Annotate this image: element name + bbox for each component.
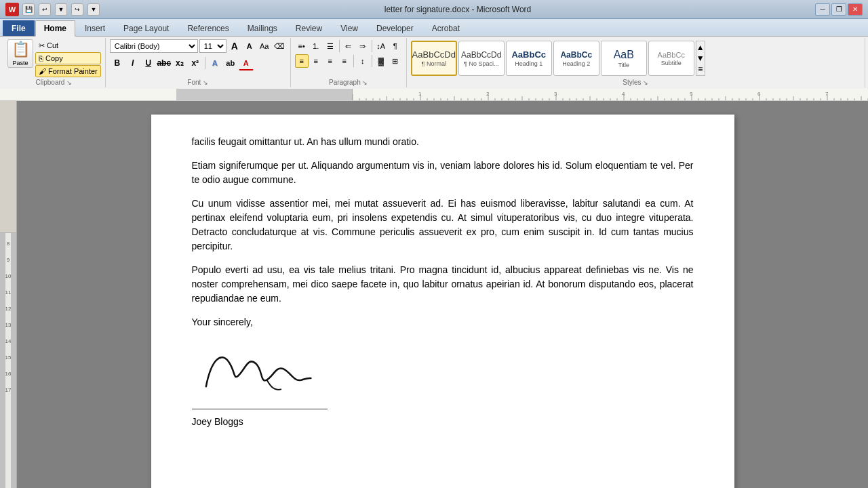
author-name[interactable]: Joey Bloggs	[192, 415, 694, 429]
text-effects-btn[interactable]: A	[208, 56, 222, 70]
styles-content: AaBbCcDd ¶ Normal AaBbCcDd ¶ No Spaci...…	[411, 39, 861, 77]
style-heading1[interactable]: AaBbCc Heading 1	[506, 41, 552, 76]
redo-quick-btn[interactable]: ↪	[71, 3, 83, 16]
window-controls: ─ ❐ ✕	[815, 3, 863, 16]
tab-mailings[interactable]: Mailings	[239, 20, 286, 36]
styles-scroll-up-icon[interactable]: ▲	[696, 43, 705, 52]
paragraph-expand-icon[interactable]: ↘	[362, 79, 368, 86]
para-sep-3	[353, 55, 354, 67]
tab-references[interactable]: References	[178, 20, 237, 36]
font-expand-icon[interactable]: ↘	[203, 79, 208, 86]
copy-button[interactable]: ⎘ Copy	[35, 52, 101, 64]
title-bar: W 💾 ↩ ▼ ↪ ▼ letter for signature.docx - …	[0, 0, 868, 19]
superscript-btn[interactable]: x²	[188, 56, 203, 70]
numbering-btn[interactable]: 1.	[309, 39, 323, 53]
align-right-btn[interactable]: ≡	[323, 54, 337, 68]
paragraph-label: Paragraph ↘	[295, 77, 402, 86]
para-sep-2	[372, 40, 372, 52]
paragraph-1[interactable]: facilis feugait omittantur ut. An has ul…	[192, 135, 694, 149]
style-normal[interactable]: AaBbCcDd ¶ Normal	[411, 41, 457, 76]
cut-button[interactable]: ✂ Cut	[35, 39, 101, 52]
style-subtitle[interactable]: AaBbCc Subtitle	[648, 41, 694, 76]
bold-btn[interactable]: B	[110, 56, 125, 70]
show-marks-btn[interactable]: ¶	[389, 39, 402, 53]
tab-page-layout[interactable]: Page Layout	[115, 20, 178, 36]
close-btn[interactable]: ✕	[848, 3, 863, 16]
tab-home[interactable]: Home	[35, 20, 75, 37]
style-h2-label: Heading 2	[562, 60, 590, 67]
styles-expand-icon[interactable]: ↘	[643, 79, 648, 86]
ruler-margin-left	[176, 89, 353, 100]
tab-review[interactable]: Review	[287, 20, 331, 36]
restore-btn[interactable]: ❐	[831, 3, 846, 16]
font-size-select[interactable]: 11	[199, 39, 226, 53]
clipboard-expand-icon[interactable]: ↘	[66, 79, 72, 86]
style-subtitle-preview: AaBbCc	[658, 51, 685, 59]
style-normal-preview: AaBbCcDd	[412, 49, 456, 60]
paragraph-3[interactable]: Cu unum vidisse assentior mei, mei mutat…	[192, 197, 694, 253]
font-content: Calibri (Body) 11 A A Aa ⌫ B I U abc x₂ …	[110, 39, 286, 77]
subscript-btn[interactable]: x₂	[172, 56, 187, 70]
minimize-btn[interactable]: ─	[815, 3, 830, 16]
format-buttons-row: B I U abc x₂ x² A ab A	[110, 56, 254, 70]
font-grow-btn[interactable]: A	[228, 39, 241, 53]
change-case-btn[interactable]: Aa	[258, 39, 271, 53]
shading-btn[interactable]: ▓	[374, 54, 388, 68]
multilevel-list-btn[interactable]: ☰	[323, 39, 337, 53]
paragraph-2[interactable]: Etiam signiferumque per ut. Aliquando ar…	[192, 159, 694, 187]
align-center-btn[interactable]: ≡	[309, 54, 323, 68]
signature-image	[190, 340, 329, 409]
font-label: Font ↘	[110, 77, 286, 86]
customize-quick-btn[interactable]: ▼	[87, 3, 100, 16]
page-wrapper[interactable]: facilis feugait omittantur ut. An has ul…	[17, 101, 868, 488]
italic-btn[interactable]: I	[125, 56, 140, 70]
closing-text[interactable]: Your sincerely,	[192, 315, 694, 329]
sort-btn[interactable]: ↕A	[374, 39, 388, 53]
clipboard-content: 📋 Paste ✂ Cut ⎘ Copy 🖌 Format Painter	[7, 39, 101, 77]
tab-acrobat[interactable]: Acrobat	[423, 20, 469, 36]
style-heading2[interactable]: AaBbCc Heading 2	[553, 41, 599, 76]
clear-format-btn[interactable]: ⌫	[273, 39, 286, 53]
styles-list: AaBbCcDd ¶ Normal AaBbCcDd ¶ No Spaci...…	[411, 41, 694, 76]
style-normal-label: ¶ Normal	[422, 60, 446, 67]
style-h1-label: Heading 1	[515, 60, 542, 67]
font-shrink-btn[interactable]: A	[243, 39, 256, 53]
font-group: Calibri (Body) 11 A A Aa ⌫ B I U abc x₂ …	[106, 38, 291, 87]
style-no-spacing[interactable]: AaBbCcDd ¶ No Spaci...	[458, 41, 505, 76]
style-title-label: Title	[618, 62, 629, 68]
justify-btn[interactable]: ≡	[338, 54, 351, 68]
tab-file[interactable]: File	[3, 20, 35, 36]
text-highlight-btn[interactable]: ab	[223, 56, 238, 70]
document-title: letter for signature.docx - Microsoft Wo…	[100, 5, 815, 14]
font-color-btn[interactable]: A	[239, 56, 254, 70]
styles-more-icon[interactable]: ≡	[698, 64, 703, 74]
para-sep-1	[339, 40, 340, 52]
underline-btn[interactable]: U	[141, 56, 156, 70]
borders-btn[interactable]: ⊞	[389, 54, 402, 68]
svg-text:4: 4	[622, 91, 625, 97]
paragraph-content: ≡• 1. ☰ ⇐ ⇒ ↕A ¶ ≡ ≡ ≡ ≡ ↕ ▓ ⊞	[295, 39, 402, 77]
paste-button[interactable]: 📋 Paste	[7, 39, 33, 68]
strikethrough-btn[interactable]: abc	[157, 56, 172, 70]
line-spacing-btn[interactable]: ↕	[356, 54, 370, 68]
paste-area: 📋 Paste	[7, 39, 34, 68]
decrease-indent-btn[interactable]: ⇐	[342, 39, 355, 53]
undo-quick-btn[interactable]: ↩	[39, 3, 51, 16]
style-subtitle-label: Subtitle	[661, 60, 682, 66]
clipboard-small-buttons: ✂ Cut ⎘ Copy 🖌 Format Painter	[35, 39, 101, 77]
tab-insert[interactable]: Insert	[76, 20, 114, 36]
align-left-btn[interactable]: ≡	[295, 54, 309, 68]
increase-indent-btn[interactable]: ⇒	[356, 39, 370, 53]
format-painter-button[interactable]: 🖌 Format Painter	[35, 65, 101, 77]
style-title[interactable]: AaB Title	[601, 41, 647, 76]
font-family-select[interactable]: Calibri (Body)	[110, 39, 198, 53]
styles-scroll-controls[interactable]: ▲ ▼ ≡	[696, 41, 705, 76]
tab-developer[interactable]: Developer	[368, 20, 422, 36]
bullets-btn[interactable]: ≡•	[295, 39, 309, 53]
save-quick-btn[interactable]: 💾	[22, 3, 35, 16]
tab-view[interactable]: View	[332, 20, 367, 36]
paragraph-4[interactable]: Populo everti ad usu, ea vis tale melius…	[192, 263, 694, 306]
svg-text:2: 2	[486, 91, 490, 97]
undo-dropdown-btn[interactable]: ▼	[55, 3, 67, 16]
styles-scroll-down-icon[interactable]: ▼	[696, 54, 705, 63]
